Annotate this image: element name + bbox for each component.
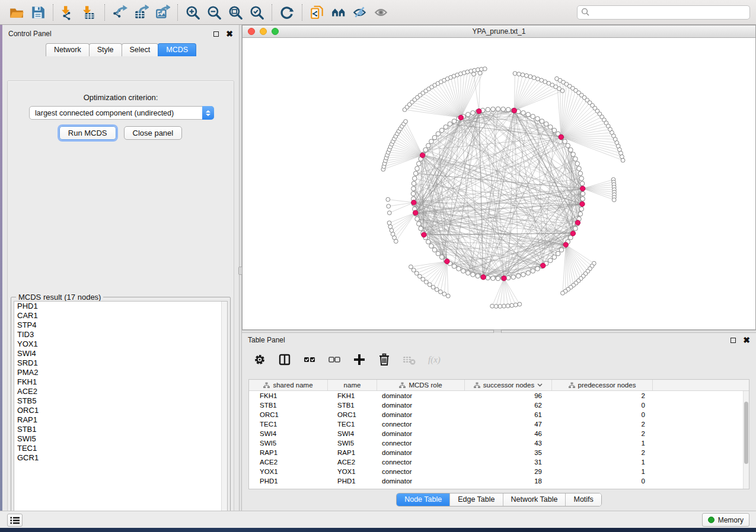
graph-node[interactable] (388, 225, 393, 229)
import-table-icon[interactable] (79, 2, 100, 23)
graph-node[interactable] (435, 287, 439, 291)
graph-node[interactable] (461, 269, 466, 274)
graph-node[interactable] (579, 207, 584, 211)
column-header-predecessor-nodes[interactable]: predecessor nodes (552, 380, 653, 390)
mcds-result-item[interactable]: TID3 (14, 330, 227, 339)
graph-dominator-node[interactable] (570, 231, 575, 236)
table-row[interactable]: SWI5SWI5connector431 (249, 438, 749, 448)
run-mcds-button[interactable]: Run MCDS (59, 126, 116, 140)
mcds-result-item[interactable]: RAP1 (14, 415, 227, 425)
graph-node[interactable] (472, 72, 476, 76)
graph-node[interactable] (486, 275, 490, 280)
graph-node[interactable] (573, 226, 578, 231)
graph-node[interactable] (510, 303, 514, 307)
graph-node[interactable] (412, 268, 416, 273)
graph-node[interactable] (535, 267, 540, 271)
table-row[interactable]: SWI4SWI4dominator462 (249, 429, 749, 438)
close-panel-button[interactable]: Close panel (124, 126, 183, 140)
graph-node[interactable] (442, 292, 446, 296)
graph-node[interactable] (429, 139, 434, 144)
table-options-icon[interactable] (250, 351, 269, 368)
mcds-result-item[interactable]: TEC1 (14, 444, 227, 453)
graph-node[interactable] (436, 132, 441, 136)
graph-node[interactable] (414, 271, 419, 275)
table-row[interactable]: STB1STB1dominator620 (249, 400, 749, 410)
graph-node[interactable] (439, 255, 444, 259)
graph-node[interactable] (521, 273, 526, 277)
graph-node[interactable] (417, 162, 422, 166)
graph-node[interactable] (476, 274, 480, 278)
hide-selected-icon[interactable] (349, 2, 371, 23)
mcds-result-item[interactable]: SWI5 (14, 434, 227, 444)
table-row[interactable]: FKH1FKH1dominator962 (249, 391, 749, 400)
memory-button[interactable]: Memory (702, 513, 749, 527)
graph-node[interactable] (578, 211, 583, 216)
table-row[interactable]: YOX1YOX1connector291 (249, 467, 749, 476)
graph-dominator-node[interactable] (477, 109, 481, 114)
mcds-result-item[interactable]: SWI4 (14, 349, 227, 358)
network-canvas[interactable] (243, 38, 755, 329)
graph-dominator-node[interactable] (445, 259, 449, 264)
graph-node[interactable] (571, 152, 576, 157)
graph-node[interactable] (569, 148, 573, 152)
graph-node[interactable] (417, 222, 422, 226)
graph-node[interactable] (386, 197, 390, 201)
graph-node[interactable] (452, 264, 457, 269)
graph-node[interactable] (513, 72, 517, 76)
graph-node[interactable] (526, 271, 531, 275)
deselect-all-icon[interactable] (325, 351, 344, 368)
graph-node[interactable] (531, 269, 535, 274)
tab-edge-table[interactable]: Edge Table (450, 493, 503, 506)
open-file-icon[interactable] (6, 2, 27, 23)
mcds-result-item[interactable]: GCR1 (14, 453, 227, 463)
graph-node[interactable] (404, 120, 408, 124)
column-header-MCDS-role[interactable]: MCDS role (377, 380, 465, 390)
graph-node[interactable] (494, 305, 498, 309)
mcds-list-scrollbar[interactable] (221, 302, 227, 514)
tab-mcds[interactable]: MCDS (158, 43, 196, 56)
task-history-button[interactable] (7, 514, 23, 527)
graph-node[interactable] (511, 275, 516, 280)
zoom-selected-icon[interactable] (246, 2, 267, 23)
graph-dominator-node[interactable] (502, 276, 506, 281)
graph-node[interactable] (496, 276, 500, 281)
graph-node[interactable] (439, 290, 443, 294)
graph-node[interactable] (411, 191, 416, 196)
column-header-shared-name[interactable]: shared name (249, 380, 328, 390)
graph-node[interactable] (466, 271, 471, 275)
graph-node[interactable] (428, 283, 432, 287)
mcds-result-item[interactable]: STB5 (14, 396, 227, 406)
graph-node[interactable] (412, 187, 416, 191)
save-session-icon[interactable] (27, 2, 49, 23)
table-row[interactable]: ACE2ACE2connector311 (249, 457, 749, 467)
graph-node[interactable] (566, 143, 570, 148)
graph-node[interactable] (471, 111, 476, 116)
graph-node[interactable] (426, 239, 431, 244)
graph-node[interactable] (491, 276, 496, 281)
graph-dominator-node[interactable] (458, 115, 463, 120)
graph-node[interactable] (466, 113, 471, 117)
mcds-result-item[interactable]: ORC1 (14, 406, 227, 415)
graph-node[interactable] (387, 211, 391, 215)
export-network-icon[interactable] (109, 2, 130, 23)
mcds-result-item[interactable]: ACE2 (14, 387, 227, 396)
graph-node[interactable] (413, 176, 417, 181)
table-row[interactable]: PHD1PHD1dominator180 (249, 476, 749, 486)
add-column-icon[interactable] (350, 351, 369, 368)
graph-node[interactable] (496, 107, 500, 111)
tab-motifs[interactable]: Motifs (566, 493, 601, 506)
graph-node[interactable] (540, 119, 544, 124)
table-scrollbar[interactable] (743, 391, 749, 489)
graph-node[interactable] (560, 89, 564, 93)
graph-node[interactable] (580, 191, 585, 196)
graph-node[interactable] (502, 304, 506, 308)
tab-node-table[interactable]: Node Table (397, 493, 450, 506)
mcds-result-item[interactable]: STB1 (14, 425, 227, 434)
graph-node[interactable] (563, 139, 567, 144)
search-input[interactable] (592, 8, 746, 17)
graph-dominator-node[interactable] (413, 210, 418, 215)
graph-node[interactable] (418, 274, 422, 278)
delete-column-icon[interactable] (375, 351, 394, 368)
export-table-icon[interactable] (130, 2, 152, 23)
graph-dominator-node[interactable] (559, 134, 563, 139)
